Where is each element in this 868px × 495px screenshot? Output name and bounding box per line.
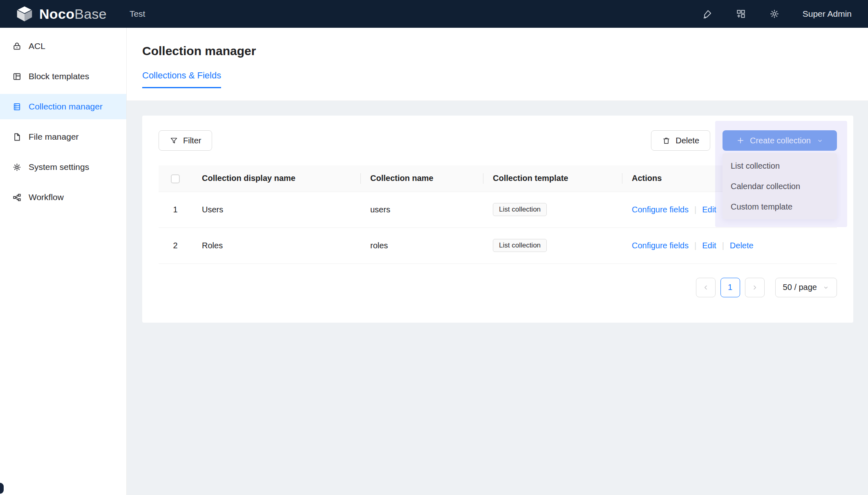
template-tag: List collection [493, 203, 547, 216]
create-collection-dropdown: List collection Calendar collection Cust… [723, 153, 837, 219]
table-row: 2 Roles roles List collection Configure … [159, 227, 837, 263]
menu-item-list-collection[interactable]: List collection [723, 156, 837, 176]
sidebar-item-system-settings[interactable]: System settings [0, 154, 126, 180]
workflow-icon [12, 193, 22, 202]
page-1-button[interactable]: 1 [720, 278, 740, 297]
nocobase-logo[interactable]: NocoBase [16, 5, 107, 22]
filter-button-label: Filter [183, 136, 201, 145]
chevron-right-icon [751, 284, 758, 291]
column-header-template: Collection template [483, 165, 622, 192]
action-separator: | [694, 241, 696, 250]
page-title: Collection manager [142, 28, 852, 58]
filter-button[interactable]: Filter [159, 130, 212, 151]
pagination: 1 50 / page [159, 278, 837, 297]
sidebar-item-label: System settings [29, 162, 89, 172]
page-size-select[interactable]: 50 / page [775, 278, 837, 297]
file-icon [12, 132, 22, 142]
chevron-down-icon [823, 284, 829, 291]
next-page-button[interactable] [745, 278, 765, 297]
lock-icon [12, 42, 22, 51]
cell-display-name: Users [192, 192, 360, 227]
nocobase-cube-icon [16, 5, 34, 22]
logo-text: NocoBase [39, 6, 107, 22]
layout-icon [12, 72, 22, 81]
cell-name: roles [360, 227, 483, 263]
tab-collections-and-fields[interactable]: Collections & Fields [142, 70, 221, 88]
highlighter-icon[interactable] [702, 9, 713, 19]
template-tag: List collection [493, 239, 547, 252]
sidebar-item-file-manager[interactable]: File manager [0, 124, 126, 149]
delete-link[interactable]: Delete [730, 241, 754, 250]
sidebar-item-label: Block templates [29, 71, 89, 81]
user-menu[interactable]: Super Admin [803, 9, 852, 19]
cell-actions: Configure fields|Edit|Delete [622, 227, 837, 263]
collection-table-icon [12, 102, 22, 111]
filter-funnel-icon [170, 136, 178, 145]
delete-button[interactable]: Delete [651, 130, 710, 151]
logo-text-bold: Noco [39, 6, 74, 22]
column-header-display-name: Collection display name [192, 165, 360, 192]
delete-button-label: Delete [676, 136, 699, 145]
logo-text-light: Base [74, 6, 107, 22]
chevron-left-icon [702, 284, 709, 291]
action-separator: | [722, 241, 724, 250]
page-size-value: 50 / page [783, 283, 817, 292]
page-header: Collection manager Collections & Fields [127, 28, 868, 101]
sidebar-item-collection-manager[interactable]: Collection manager [0, 94, 126, 119]
plugin-manager-icon[interactable] [736, 9, 746, 19]
sidebar-item-block-templates[interactable]: Block templates [0, 64, 126, 89]
cell-display-name: Roles [192, 227, 360, 263]
configure-fields-link[interactable]: Configure fields [632, 241, 689, 250]
main-area: Collection manager Collections & Fields … [127, 28, 868, 495]
menu-item-custom-template[interactable]: Custom template [723, 196, 837, 217]
sidebar-item-workflow[interactable]: Workflow [0, 185, 126, 210]
cell-name: users [360, 192, 483, 227]
prev-page-button[interactable] [696, 278, 716, 297]
action-separator: | [694, 205, 696, 214]
row-index: 1 [159, 192, 192, 227]
navbar-right: Super Admin [702, 9, 852, 19]
sidebar-item-label: File manager [29, 132, 79, 142]
configure-fields-link[interactable]: Configure fields [632, 205, 689, 214]
sidebar-item-label: ACL [29, 41, 45, 51]
row-index: 2 [159, 227, 192, 263]
sidebar-item-label: Workflow [29, 192, 64, 202]
tab-bar: Collections & Fields [142, 70, 852, 88]
edit-link[interactable]: Edit [702, 205, 716, 214]
select-all-checkbox[interactable] [171, 174, 180, 183]
column-header-name: Collection name [360, 165, 483, 192]
edit-link[interactable]: Edit [702, 241, 716, 250]
trash-icon [662, 136, 671, 145]
nav-menu-item-test[interactable]: Test [130, 9, 145, 19]
gear-icon [12, 163, 22, 172]
menu-item-calendar-collection[interactable]: Calendar collection [723, 176, 837, 196]
top-navbar: NocoBase Test Super Admin [0, 0, 868, 28]
sidebar-item-acl[interactable]: ACL [0, 33, 126, 59]
settings-gear-icon[interactable] [769, 9, 780, 19]
sidebar: ACL Block templates Collection manager [0, 28, 127, 495]
designer-highlight-overlay: List collection Calendar collection Cust… [715, 121, 847, 227]
sidebar-item-label: Collection manager [29, 102, 103, 111]
